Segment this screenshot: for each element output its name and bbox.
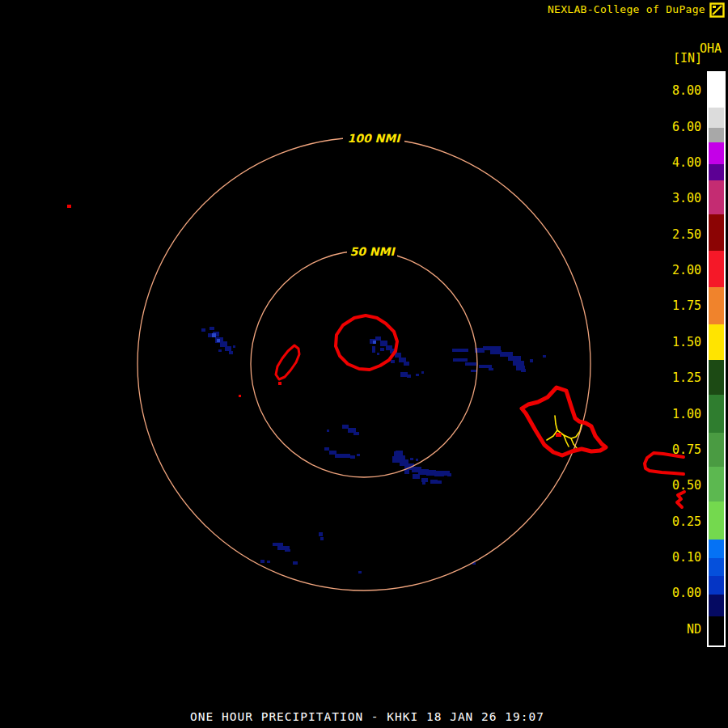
oahu-red-echo: [556, 433, 561, 437]
echo-cluster-bottom-sparse: [260, 532, 476, 574]
precip-echo-layer: [201, 327, 546, 574]
island-kauai: [336, 315, 397, 370]
status-caption: ONE HOUR PRECIPITATION - KHKI 18 JAN 26 …: [0, 710, 728, 723]
echo-cluster-mid-scatter: [324, 425, 418, 461]
echo-cluster-kauai-east-bright: [373, 341, 376, 344]
outer-ring-label: 100 NMI: [348, 132, 402, 145]
island-lanai-partial: [677, 492, 684, 507]
island-niihau: [276, 345, 299, 379]
range-ring-inner: [251, 251, 477, 477]
islet-niihau-tail: [278, 382, 281, 385]
island-molokai-partial: [645, 453, 684, 474]
islet-kaula: [67, 205, 71, 208]
echo-cluster-east-band: [452, 346, 546, 372]
inner-ring-label: 50 NMI: [349, 245, 396, 258]
islet-speck: [239, 395, 241, 397]
island-oahu: [522, 387, 606, 455]
radar-display: 100 NMI 50 NMI: [0, 0, 728, 728]
